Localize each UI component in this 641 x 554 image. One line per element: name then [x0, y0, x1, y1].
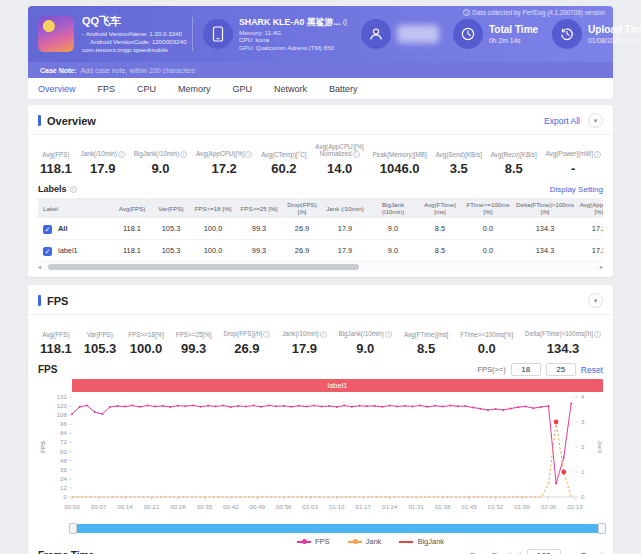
fps-chart[interactable]: 012243648607284961081201320123400:0000:0… [38, 393, 603, 523]
svg-text:01:24: 01:24 [382, 503, 398, 510]
metric-info-icon[interactable]: i [594, 331, 601, 338]
tab-fps[interactable]: FPS [98, 84, 116, 94]
fps-metrics: Avg(FPS) 118.1 Var(FPS) 105.3 FPS>=18[%]… [38, 315, 603, 361]
fps-reset-link[interactable]: Reset [581, 365, 603, 375]
total-time: Total Time 0h 2m 14s [489, 24, 538, 44]
metric-value: 134.3 [525, 341, 601, 356]
legend-bigjank[interactable]: BigJank [399, 537, 444, 546]
total-time-icon [453, 19, 483, 49]
metric-info-icon[interactable]: i [118, 151, 125, 158]
device-icon [203, 19, 233, 49]
zoom-handle-right[interactable] [598, 523, 606, 534]
metric-value: 1046.0 [373, 161, 427, 176]
table-column-header: Avg(FPS) [112, 198, 152, 218]
svg-text:12: 12 [60, 484, 67, 491]
metric-info-icon[interactable]: i [353, 151, 360, 158]
row-checkbox[interactable]: ✓ [43, 225, 52, 234]
metric-info-icon[interactable]: i [594, 151, 601, 158]
frametime-input[interactable] [527, 549, 561, 554]
collapse-overview-button[interactable]: ▾ [588, 113, 603, 128]
tab-overview[interactable]: Overview [38, 84, 76, 94]
legend-jank[interactable]: Jank [348, 537, 382, 546]
svg-text:60: 60 [60, 448, 67, 455]
chart-legend: FPS Jank BigJank [38, 537, 603, 546]
metric: BigJank(/10min)i 9.0 [338, 324, 392, 356]
svg-text:00:07: 00:07 [91, 503, 107, 510]
tab-cpu[interactable]: CPU [137, 84, 156, 94]
metric-value: 100.0 [128, 341, 164, 356]
metric-value: 118.1 [40, 341, 72, 356]
table-column-header: Delta(FTime)>100ms [/h] [514, 198, 576, 218]
collapse-fps-button[interactable]: ▾ [588, 293, 603, 308]
metric-info-icon[interactable]: i [180, 151, 187, 158]
svg-text:00:56: 00:56 [276, 503, 292, 510]
fps-max-input[interactable] [546, 363, 576, 376]
table-column-header: FPS>=18 [%] [190, 198, 236, 218]
metric-value: 0.0 [460, 341, 513, 356]
app-info: QQ飞车 Android VersionName: 1.20.0.3240 An… [82, 14, 182, 54]
tab-battery[interactable]: Battery [329, 84, 358, 94]
svg-text:01:52: 01:52 [488, 503, 504, 510]
scroll-right-icon[interactable]: ▸ [600, 263, 603, 271]
svg-text:4: 4 [581, 393, 585, 400]
svg-text:00:28: 00:28 [170, 503, 186, 510]
svg-text:01:38: 01:38 [435, 503, 451, 510]
metric-value: 99.3 [176, 341, 212, 356]
table-column-header: Var(FPS) [152, 198, 190, 218]
metric: Drop(FPS)[/h]i 26.9 [223, 324, 270, 356]
tab-network[interactable]: Network [274, 84, 307, 94]
device-info-icon[interactable]: i [343, 19, 347, 26]
metric: Avg(FTime)[ms] 8.5 [404, 324, 448, 356]
svg-text:01:03: 01:03 [303, 503, 319, 510]
svg-text:36: 36 [60, 466, 67, 473]
overview-title: Overview [47, 115, 96, 127]
zoom-handle-left[interactable] [69, 523, 77, 534]
svg-text:01:17: 01:17 [355, 503, 371, 510]
metric-value: 26.9 [223, 341, 270, 356]
tab-gpu[interactable]: GPU [233, 84, 253, 94]
metric: FPS>=18[%] 100.0 [128, 324, 164, 356]
fps-min-input[interactable] [511, 363, 541, 376]
chart-zoom-scrollbar[interactable] [72, 524, 603, 533]
display-setting-link[interactable]: Display Setting [550, 185, 603, 194]
table-scrollbar-thumb[interactable] [48, 264, 359, 270]
svg-text:02:06: 02:06 [541, 503, 557, 510]
export-all-link[interactable]: Export All [544, 116, 580, 126]
tab-memory[interactable]: Memory [178, 84, 211, 94]
legend-fps[interactable]: FPS [297, 537, 330, 546]
metric-info-icon[interactable]: i [320, 331, 327, 338]
app-version-code: Android VersionCode: 1200003240 [90, 38, 186, 46]
device-gpu: GPU: Qualcomm Adreno (TM) 650 [239, 44, 347, 52]
case-note-bar[interactable]: Case Note: Add case note, within 200 cha… [28, 62, 613, 78]
scroll-left-icon[interactable]: ◂ [38, 263, 41, 271]
svg-text:24: 24 [60, 475, 67, 482]
metric-info-icon[interactable]: i [245, 151, 252, 158]
svg-text:132: 132 [57, 393, 68, 400]
svg-text:0: 0 [64, 493, 68, 500]
table-column-header: Avg(AppCPU) [%] [576, 198, 603, 218]
svg-text:01:31: 01:31 [408, 503, 424, 510]
upload-time-icon [552, 19, 582, 49]
table-scrollbar[interactable]: ◂ ▸ [38, 263, 603, 271]
metric: Avg(FPS) 118.1 [40, 324, 72, 356]
svg-text:96: 96 [60, 420, 67, 427]
metric-info-icon[interactable]: i [263, 331, 270, 338]
svg-text:3: 3 [581, 418, 585, 425]
frametime-reset-link[interactable]: Reset [581, 551, 603, 554]
metric-info-icon[interactable]: i [385, 331, 392, 338]
svg-text:00:14: 00:14 [117, 503, 133, 510]
metric-value: 60.2 [261, 161, 306, 176]
case-note-placeholder: Add case note, within 200 characters [81, 67, 196, 74]
svg-text:Jank: Jank [597, 440, 603, 454]
total-time-label: Total Time [489, 24, 538, 35]
metric: Avg(Recv)[KB/s] 8.5 [491, 144, 537, 176]
row-checkbox[interactable]: ✓ [43, 247, 52, 256]
device-memory: Memory: 11.4G [239, 29, 347, 37]
labels-info-icon[interactable]: i [70, 186, 77, 193]
svg-text:72: 72 [60, 438, 67, 445]
app-icon [38, 16, 74, 52]
label1-band[interactable]: label1 [72, 379, 603, 392]
metric-value: 17.9 [282, 341, 326, 356]
metric: Avg(CTemp)[°C] 60.2 [261, 144, 306, 176]
collect-note-text: Data collected by PerfDog (4.1.200708) v… [472, 9, 605, 16]
